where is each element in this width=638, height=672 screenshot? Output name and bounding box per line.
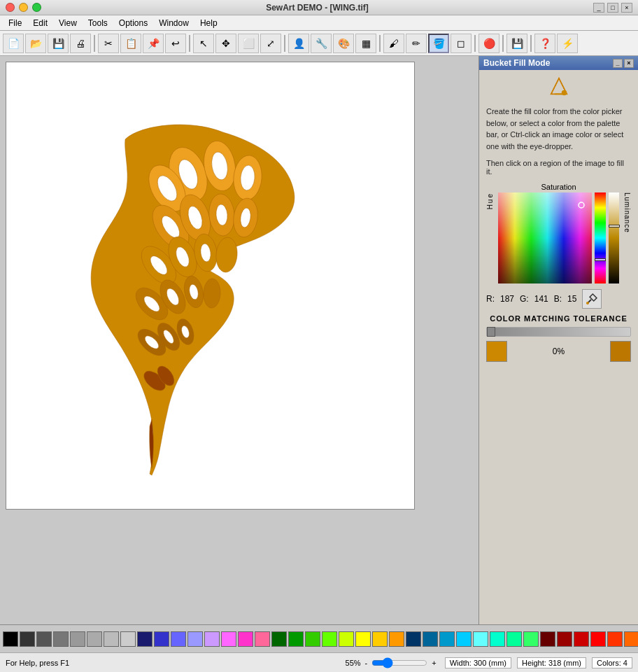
- width-display: Width: 300 (mm): [445, 657, 511, 668]
- hue-slider[interactable]: [595, 192, 605, 284]
- pen-tool[interactable]: ✏: [406, 34, 427, 53]
- undo-button[interactable]: ↩: [165, 34, 186, 53]
- panel-close[interactable]: ×: [624, 59, 634, 68]
- zoom-slider[interactable]: [371, 659, 427, 666]
- color-swatch[interactable]: [473, 631, 488, 647]
- color-swatch[interactable]: [339, 631, 354, 647]
- wrench-tool[interactable]: 🔧: [311, 34, 332, 53]
- color-swatch[interactable]: [288, 631, 304, 647]
- color-swatch[interactable]: [53, 631, 69, 647]
- color-swatch[interactable]: [389, 631, 404, 647]
- luminance-slider[interactable]: [609, 192, 619, 284]
- color-swatch[interactable]: [607, 631, 623, 647]
- menu-edit[interactable]: Edit: [27, 17, 53, 29]
- color-swatch[interactable]: [523, 631, 539, 647]
- sep5: [474, 35, 476, 52]
- color-swatch[interactable]: [87, 631, 102, 647]
- color-swatch[interactable]: [557, 631, 572, 647]
- print-button[interactable]: 🖨: [70, 34, 91, 53]
- zoom-plus-button[interactable]: +: [430, 659, 437, 667]
- close-button[interactable]: [6, 3, 15, 12]
- color-swatch[interactable]: [355, 631, 371, 647]
- color-swatch[interactable]: [406, 631, 421, 647]
- move-tool[interactable]: ✥: [215, 34, 236, 53]
- menu-options[interactable]: Options: [113, 17, 153, 29]
- save-button[interactable]: 💾: [48, 34, 69, 53]
- sep2: [189, 35, 190, 52]
- save2-button[interactable]: 💾: [506, 34, 527, 53]
- zoom-value: 55%: [346, 659, 361, 667]
- color-tool[interactable]: 🔴: [478, 34, 499, 53]
- bucket-tool[interactable]: 🪣: [428, 34, 449, 53]
- color-picker[interactable]: [498, 192, 592, 284]
- color-swatch[interactable]: [104, 631, 119, 647]
- select-tool[interactable]: ↖: [193, 34, 214, 53]
- colors-display: Colors: 4: [592, 657, 632, 668]
- menu-file[interactable]: File: [3, 17, 27, 29]
- win-minimize[interactable]: _: [593, 3, 604, 13]
- win-close[interactable]: ×: [621, 3, 632, 13]
- brush-tool[interactable]: 🖌: [383, 34, 404, 53]
- new-button[interactable]: 📄: [3, 34, 24, 53]
- menu-help[interactable]: Help: [194, 17, 223, 29]
- cut-button[interactable]: ✂: [98, 34, 119, 53]
- color-swatch[interactable]: [221, 631, 236, 647]
- resize-tool[interactable]: ⤢: [260, 34, 281, 53]
- win-restore[interactable]: □: [607, 3, 618, 13]
- zoom-minus-button[interactable]: -: [364, 659, 369, 667]
- copy-button[interactable]: 📋: [120, 34, 141, 53]
- eyedropper-icon: [586, 293, 598, 305]
- color-swatch[interactable]: [238, 631, 253, 647]
- help-text: For Help, press F1: [6, 659, 339, 667]
- palette-tool[interactable]: 🎨: [333, 34, 354, 53]
- eyedropper-button[interactable]: [582, 289, 602, 309]
- statusbar: For Help, press F1 55% - + Width: 300 (m…: [0, 652, 638, 672]
- color-swatch[interactable]: [120, 631, 136, 647]
- color-swatch[interactable]: [490, 631, 505, 647]
- paste-button[interactable]: 📌: [143, 34, 164, 53]
- color-swatch[interactable]: [70, 631, 85, 647]
- extra-button[interactable]: ⚡: [557, 34, 578, 53]
- color-swatch[interactable]: [137, 631, 153, 647]
- color-swatch[interactable]: [20, 631, 35, 647]
- color-swatch[interactable]: [590, 631, 606, 647]
- minimize-button[interactable]: [19, 3, 28, 12]
- tolerance-slider-input[interactable]: [486, 327, 631, 337]
- menu-view[interactable]: View: [53, 17, 83, 29]
- person-tool[interactable]: 👤: [288, 34, 309, 53]
- open-button[interactable]: 📂: [25, 34, 46, 53]
- svg-point-41: [561, 90, 567, 96]
- color-swatch[interactable]: [423, 631, 438, 647]
- color-swatch[interactable]: [574, 631, 589, 647]
- sep1: [94, 35, 95, 52]
- color-swatch[interactable]: [271, 631, 287, 647]
- color-swatch[interactable]: [372, 631, 388, 647]
- color-swatch[interactable]: [540, 631, 555, 647]
- canvas-area[interactable]: [0, 56, 478, 624]
- panel-minimize[interactable]: _: [613, 59, 623, 68]
- color-swatch[interactable]: [187, 631, 203, 647]
- eraser-tool[interactable]: ◻: [451, 34, 472, 53]
- color-swatch[interactable]: [36, 631, 52, 647]
- grid-tool[interactable]: ▦: [355, 34, 376, 53]
- menu-tools[interactable]: Tools: [83, 17, 113, 29]
- menu-window[interactable]: Window: [153, 17, 194, 29]
- color-swatch[interactable]: [322, 631, 337, 647]
- color-swatch[interactable]: [439, 631, 455, 647]
- color-swatch[interactable]: [204, 631, 220, 647]
- color-swatch[interactable]: [171, 631, 186, 647]
- panel-description: Create the fill color from the color pic…: [486, 106, 631, 152]
- tol-color-right: [610, 341, 631, 362]
- color-canvas[interactable]: [498, 192, 592, 284]
- menubar: File Edit View Tools Options Window Help: [0, 15, 638, 31]
- color-swatch[interactable]: [154, 631, 169, 647]
- color-swatch[interactable]: [456, 631, 472, 647]
- help-button[interactable]: ❓: [534, 34, 555, 53]
- rect-select-tool[interactable]: ⬜: [238, 34, 259, 53]
- color-swatch[interactable]: [3, 631, 18, 647]
- maximize-button[interactable]: [32, 3, 41, 12]
- color-swatch[interactable]: [624, 631, 638, 647]
- color-swatch[interactable]: [506, 631, 522, 647]
- color-swatch[interactable]: [305, 631, 320, 647]
- color-swatch[interactable]: [255, 631, 270, 647]
